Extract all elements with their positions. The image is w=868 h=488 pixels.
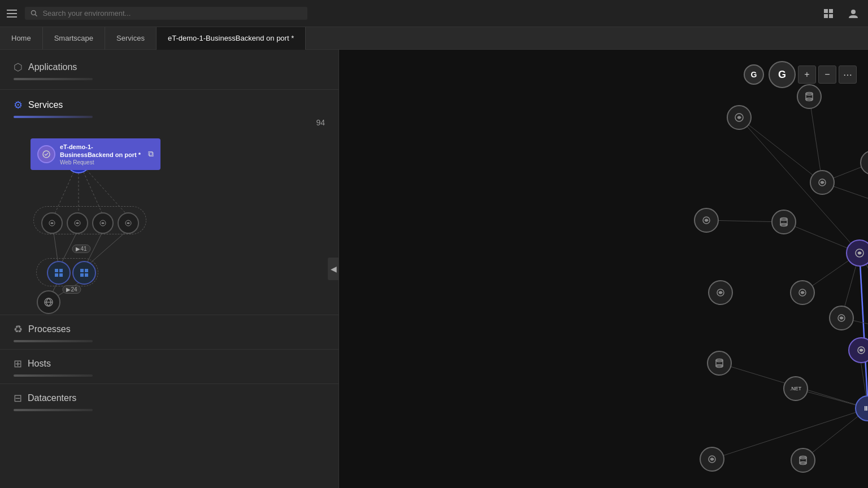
processes-icon: ♻: [14, 323, 23, 336]
svg-rect-29: [80, 273, 84, 277]
sidebar-tooltip-ext-icon[interactable]: ⧉: [148, 149, 154, 159]
sidebar-tooltip-icon: [37, 145, 55, 163]
svg-rect-23: [55, 269, 58, 272]
sidebar-tooltip-title: eT-demo-1-BusinessBackend on port *: [60, 143, 144, 159]
sidebar-process-node-4[interactable]: [118, 212, 139, 234]
main-graph-svg: [339, 50, 868, 488]
host-badge: ▶24: [62, 285, 81, 294]
graph-node-n6[interactable]: [771, 210, 796, 234]
sidebar: ⬡ Applications ⚙ Services 94: [0, 50, 339, 488]
processes-label: Processes: [28, 324, 71, 334]
svg-rect-24: [59, 269, 63, 272]
hosts-bar: [14, 374, 93, 377]
graph-node-n5[interactable]: [694, 208, 719, 233]
datacenters-label: Datacenters: [28, 393, 76, 403]
graph-node-iis-secondary[interactable]: IIS: [855, 395, 868, 421]
breadcrumb-current: eT-demo-1-BusinessBackend on port *: [157, 27, 306, 50]
sidebar-datacenter-node[interactable]: [37, 290, 60, 314]
graph-node-n14[interactable]: [829, 306, 854, 330]
graph-node-n10[interactable]: [846, 239, 868, 267]
svg-rect-27: [80, 269, 84, 272]
svg-point-6: [851, 10, 856, 14]
svg-rect-4: [824, 14, 828, 18]
windows-button[interactable]: [821, 6, 836, 21]
top-right-icons: [821, 6, 861, 21]
hosts-icon: ⊞: [14, 358, 22, 370]
svg-rect-5: [829, 14, 833, 18]
user-button[interactable]: [845, 6, 861, 21]
graph-controls: G G + − ⋯: [744, 61, 857, 88]
sidebar-process-node-2[interactable]: [67, 212, 88, 234]
graph-node-dotnet[interactable]: .NET: [783, 376, 808, 401]
hamburger-menu[interactable]: [7, 7, 20, 20]
svg-rect-2: [824, 9, 828, 13]
datacenters-bar: [14, 409, 93, 411]
sidebar-host-node-2[interactable]: [72, 261, 96, 285]
services-icon: ⚙: [14, 99, 23, 111]
sidebar-section-services[interactable]: ⚙ Services 94 eT-demo-1-BusinessBackend …: [0, 90, 338, 315]
g-circle-1[interactable]: G: [744, 64, 764, 85]
hosts-label: Hosts: [28, 359, 51, 369]
svg-rect-26: [59, 273, 63, 277]
graph-node-n12[interactable]: [708, 280, 733, 305]
search-bar[interactable]: [25, 7, 307, 20]
services-count: 94: [14, 118, 325, 127]
breadcrumb-services[interactable]: Services: [105, 27, 157, 50]
datacenters-icon: ⊟: [14, 392, 22, 404]
svg-rect-28: [85, 269, 88, 272]
services-label: Services: [28, 100, 63, 110]
svg-point-0: [31, 10, 36, 15]
sidebar-process-node-1[interactable]: [41, 212, 63, 234]
breadcrumb-home[interactable]: Home: [0, 27, 43, 50]
svg-rect-25: [55, 273, 58, 277]
graph-node-n4[interactable]: [810, 170, 835, 195]
graph-node-n19[interactable]: [707, 351, 732, 376]
top-bar: [0, 0, 868, 27]
sidebar-host-node-1[interactable]: [47, 261, 71, 285]
graph-node-n11[interactable]: [790, 280, 815, 305]
svg-line-39: [739, 117, 860, 253]
sidebar-section-processes[interactable]: ♻ Processes: [0, 315, 338, 350]
graph-node-n27[interactable]: [700, 447, 724, 472]
breadcrumb-bar: Home Smartscape Services eT-demo-1-Busin…: [0, 27, 868, 50]
processes-bar: [14, 340, 93, 342]
applications-label: Applications: [28, 62, 77, 72]
sidebar-tooltip-subtitle: Web Request: [60, 159, 144, 165]
svg-line-1: [35, 14, 37, 16]
graph-node-n28[interactable]: [791, 448, 815, 473]
more-options-button[interactable]: ⋯: [839, 66, 857, 84]
graph-node-n3[interactable]: [860, 150, 868, 175]
collapse-sidebar-button[interactable]: ◀: [328, 258, 339, 280]
zoom-in-button[interactable]: +: [798, 66, 816, 84]
g-circle-large[interactable]: G: [769, 61, 796, 88]
graph-node-n1[interactable]: [727, 105, 752, 130]
svg-rect-30: [85, 273, 88, 277]
sidebar-service-tooltip: eT-demo-1-BusinessBackend on port * Web …: [31, 138, 160, 170]
sidebar-section-datacenters[interactable]: ⊟ Datacenters: [0, 384, 338, 418]
svg-line-35: [860, 253, 868, 408]
graph-area[interactable]: G G + − ⋯: [339, 50, 868, 488]
sidebar-process-node-3[interactable]: [92, 212, 114, 234]
svg-line-61: [712, 408, 868, 459]
zoom-out-button[interactable]: −: [818, 66, 836, 84]
search-icon: [31, 10, 38, 18]
process-badge: ▶41: [72, 245, 90, 253]
sidebar-section-applications[interactable]: ⬡ Applications: [0, 50, 338, 90]
applications-bar: [14, 78, 93, 80]
sidebar-section-hosts[interactable]: ⊞ Hosts: [0, 350, 338, 384]
main-layout: ⬡ Applications ⚙ Services 94: [0, 50, 868, 488]
svg-rect-3: [829, 9, 833, 13]
applications-icon: ⬡: [14, 61, 23, 73]
graph-node-n18[interactable]: [848, 337, 868, 363]
breadcrumb-smartscape[interactable]: Smartscape: [43, 27, 105, 50]
search-input[interactable]: [42, 9, 302, 18]
